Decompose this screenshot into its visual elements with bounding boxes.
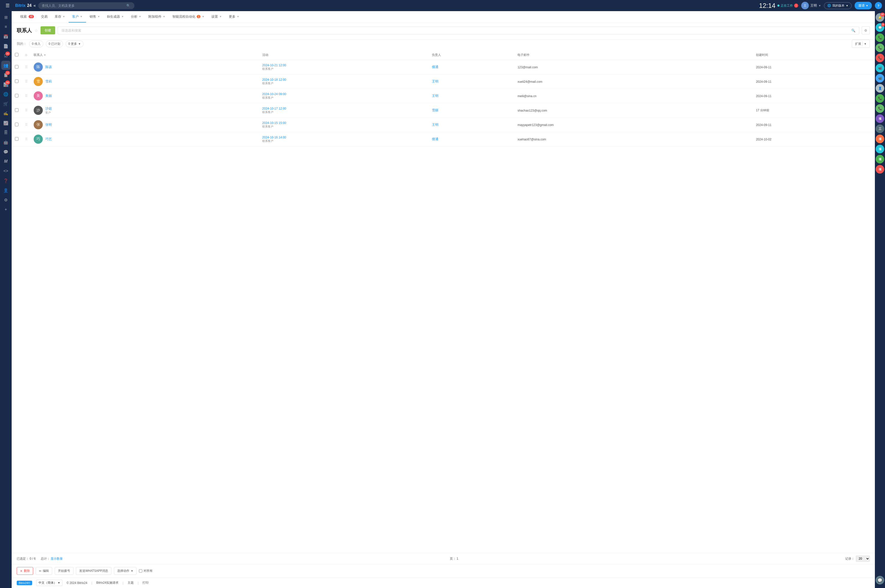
responsible-name[interactable]: 傑通	[432, 137, 439, 141]
sidebar-item-code[interactable]: <>	[1, 166, 11, 176]
for-all-checkbox[interactable]: 对所有	[139, 569, 153, 573]
search-bar[interactable]: 🔍	[38, 2, 134, 9]
activity-date[interactable]: 2024-10-17 12:00	[262, 107, 426, 110]
nav-customers[interactable]: 客户 ▼	[69, 11, 86, 22]
sidebar-item-team[interactable]: 👤	[1, 186, 11, 195]
activity-date[interactable]: 2024-10-24 09:00	[262, 92, 426, 96]
activity-date[interactable]: 2024-10-15 15:00	[262, 121, 426, 125]
item-d-button[interactable]: 项	[876, 145, 884, 153]
user-menu[interactable]: 王 王明 ▼	[801, 2, 821, 9]
sidebar-item-home[interactable]: ⊞	[1, 13, 11, 22]
sidebar-item-shop[interactable]: 🛒	[1, 99, 11, 108]
search-input[interactable]	[42, 4, 124, 8]
responsible-name[interactable]: 雪丽	[432, 108, 439, 112]
sidebar-item-designer[interactable]: M	[1, 157, 11, 166]
version-button[interactable]: 🌐 我的版本 ▼	[824, 2, 852, 9]
expand-button[interactable]: 扩展 ▼	[852, 40, 870, 48]
chat-fab-icon[interactable]: 💬	[876, 576, 884, 585]
phone-green2-button[interactable]: 📞	[876, 44, 884, 52]
video2-button[interactable]: 📹	[876, 74, 884, 82]
contact-name[interactable]: 巧艺	[45, 137, 52, 141]
responsible-name[interactable]: 王明	[432, 80, 439, 83]
incoming-filter[interactable]: 0 传入	[29, 40, 43, 47]
favorite-star[interactable]: ☆	[35, 28, 38, 33]
contact-name[interactable]: 陈该	[45, 65, 52, 69]
theme-link[interactable]: 主题	[128, 580, 134, 585]
filter-input[interactable]	[62, 28, 849, 32]
responsible-name[interactable]: 王明	[432, 94, 439, 98]
phone-green-button[interactable]: 📞	[876, 33, 884, 42]
contact-name[interactable]: 雪莉	[45, 79, 52, 84]
planned-filter[interactable]: 0 已计划	[46, 40, 63, 47]
records-select[interactable]: 20 50 100	[856, 556, 870, 562]
create-button[interactable]: 创建	[41, 26, 55, 34]
header-contact[interactable]: 联系人 ▼	[31, 50, 259, 60]
sidebar-item-crm[interactable]: 📋 18	[1, 70, 11, 80]
nav-bi[interactable]: BI生成器 ▼	[104, 11, 127, 22]
responsible-name[interactable]: 傑通	[432, 65, 439, 69]
language-selector[interactable]: 中文（简体） ▼	[36, 580, 63, 586]
status-indicator[interactable]: 正在工作 1	[777, 3, 798, 8]
activity-date[interactable]: 2024-10-16 14:00	[262, 136, 426, 139]
row-checkbox[interactable]	[15, 123, 18, 126]
phone4-button[interactable]: 📞	[876, 104, 884, 113]
filter-search-bar[interactable]: 🔍	[58, 27, 859, 34]
contact-name[interactable]: 张明	[45, 123, 52, 127]
phone3-button[interactable]: 📞	[876, 94, 884, 103]
item-b-button[interactable]: 工	[876, 124, 884, 133]
sidebar-item-feed[interactable]: ≡	[1, 22, 11, 32]
video-button[interactable]: 📹	[876, 64, 884, 72]
item-a-button[interactable]: 项	[876, 114, 884, 123]
item-c-button[interactable]: 项	[876, 135, 884, 143]
item-e-button[interactable]: 项	[876, 155, 884, 164]
delete-button[interactable]: ✕ 删除	[17, 567, 33, 575]
sidebar-item-calendar[interactable]: 📅	[1, 32, 11, 41]
row-checkbox[interactable]	[15, 108, 18, 112]
select-all-checkbox[interactable]	[15, 53, 18, 56]
drag-handle-icon[interactable]: ⠿	[25, 65, 28, 69]
menu-button[interactable]: ☰	[3, 1, 12, 10]
avatar-button[interactable]: 👤	[876, 84, 884, 93]
phone-red-button[interactable]: 📞	[876, 54, 884, 62]
sidebar-item-signature[interactable]: ✍	[1, 109, 11, 118]
sidebar-item-add[interactable]: +	[1, 205, 11, 214]
drag-handle-icon[interactable]: ⠿	[25, 137, 28, 141]
nav-deals[interactable]: 交易	[38, 11, 51, 22]
nav-sales[interactable]: 销售 ▼	[86, 11, 104, 22]
activity-date[interactable]: 2024-10-21 12:00	[262, 63, 426, 67]
row-checkbox[interactable]	[15, 94, 18, 98]
select-action-button[interactable]: 选择动作 ▼	[114, 567, 137, 575]
row-checkbox[interactable]	[15, 65, 18, 69]
sidebar-item-storage[interactable]: 🗄	[1, 128, 11, 137]
nav-leads[interactable]: 线索 48	[17, 11, 38, 22]
drag-handle-icon[interactable]: ⠿	[25, 108, 28, 112]
contact-name[interactable]: 美丽	[45, 94, 52, 98]
drag-handle-icon[interactable]: ⠿	[25, 123, 28, 127]
invite-button[interactable]: 邀请 ▼	[855, 2, 872, 9]
row-checkbox[interactable]	[15, 80, 18, 83]
edit-button[interactable]: ✏ 编辑	[36, 567, 52, 575]
for-all-check[interactable]	[139, 569, 142, 573]
call-button[interactable]: 开始拨号	[55, 567, 74, 575]
sidebar-item-robot[interactable]: 🤖	[1, 138, 11, 147]
notifications-button[interactable]: 🔔 37	[876, 13, 884, 22]
whatsapp-button[interactable]: 发送WHATSAPP消息	[76, 567, 111, 575]
show-count-link[interactable]: 显示数量	[51, 557, 63, 560]
sidebar-item-settings[interactable]: ⚙	[1, 195, 11, 204]
sidebar-item-chat[interactable]: 💬	[1, 147, 11, 156]
activity-date[interactable]: 2024-10-18 12:00	[262, 78, 426, 81]
sidebar-item-contacts[interactable]: 👥	[1, 61, 11, 70]
nav-settings[interactable]: 设置 ▼	[208, 11, 225, 22]
help-button[interactable]: ?	[875, 2, 882, 9]
more-filter[interactable]: 0 更多 ▼	[66, 40, 84, 47]
settings-col-icon[interactable]: ⚙	[25, 53, 28, 57]
nav-automation[interactable]: 智能流程自动化 1 ▼	[169, 11, 208, 22]
drag-handle-icon[interactable]: ⠿	[25, 94, 28, 98]
table-settings-button[interactable]: ⚙	[862, 26, 870, 34]
nav-analytics[interactable]: 分析 ▼	[127, 11, 145, 22]
sidebar-item-reports[interactable]: 📊 49	[1, 80, 11, 89]
sidebar-item-tasks[interactable]: ☑ 56	[1, 51, 11, 60]
nav-more[interactable]: 更多 ▼	[225, 11, 243, 22]
contact-name[interactable]: 沙超	[45, 106, 52, 111]
request-link[interactable]: Bitrix24实施请求	[96, 580, 119, 585]
